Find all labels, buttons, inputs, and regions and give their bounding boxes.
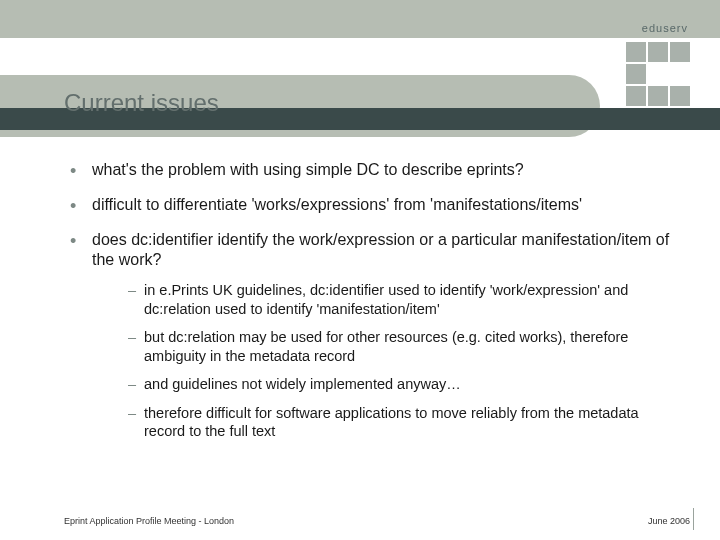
slide-title: Current issues (0, 75, 600, 117)
footer-right: June 2006 (648, 516, 690, 526)
content-area: what's the problem with using simple DC … (70, 160, 670, 455)
brand-text: eduserv (642, 22, 688, 34)
sub-bullet-text: and guidelines not widely implemented an… (144, 376, 461, 392)
sub-bullet-text: in e.Prints UK guidelines, dc:identifier… (144, 282, 628, 317)
bullet-list: what's the problem with using simple DC … (70, 160, 670, 441)
bullet-text: does dc:identifier identify the work/exp… (92, 231, 669, 269)
list-item: in e.Prints UK guidelines, dc:identifier… (128, 281, 670, 318)
list-item: and guidelines not widely implemented an… (128, 375, 670, 394)
sub-bullet-text: but dc:relation may be used for other re… (144, 329, 628, 364)
sub-bullet-list: in e.Prints UK guidelines, dc:identifier… (128, 281, 670, 441)
list-item: difficult to differentiate 'works/expres… (70, 195, 670, 216)
bullet-text: difficult to differentiate 'works/expres… (92, 196, 582, 213)
list-item: but dc:relation may be used for other re… (128, 328, 670, 365)
list-item: therefore difficult for software applica… (128, 404, 670, 441)
footer-rule (693, 508, 694, 530)
footer-left: Eprint Application Profile Meeting - Lon… (64, 516, 234, 526)
slide: eduserv Current issues what's the proble… (0, 0, 720, 540)
sub-bullet-text: therefore difficult for software applica… (144, 405, 639, 440)
bullet-text: what's the problem with using simple DC … (92, 161, 524, 178)
top-band (0, 0, 720, 38)
list-item: what's the problem with using simple DC … (70, 160, 670, 181)
list-item: does dc:identifier identify the work/exp… (70, 230, 670, 441)
